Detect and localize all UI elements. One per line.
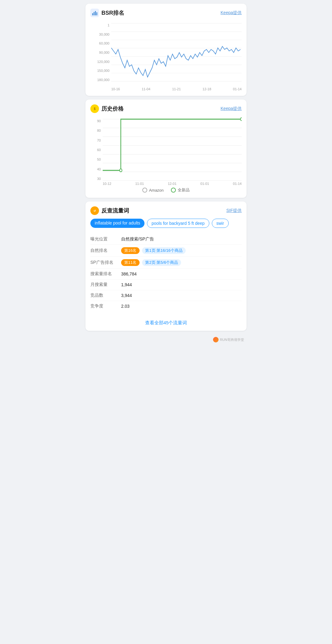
svg-text:↺: ↺ [93, 209, 96, 213]
bsr-x-1: 11-04 [142, 87, 150, 91]
keyword-tag-2[interactable]: swir [212, 219, 229, 228]
amazon-legend-icon [142, 188, 147, 193]
price-y-axis: 90 80 70 60 50 40 30 [90, 119, 103, 181]
svg-text:$: $ [94, 107, 96, 111]
bsr-y-label-4: 120,000 [90, 60, 109, 64]
traffic-value-2: 第11名 第2页·第5/6个商品 [121, 259, 242, 266]
traffic-label-2: SP广告排名 [90, 260, 121, 265]
traffic-title-left: ↺ 反查流量词 [90, 206, 129, 215]
bsr-y-label-2: 60,000 [90, 41, 109, 45]
bsr-x-axis: 10-16 11-04 11-21 12-18 01-14 [111, 87, 242, 91]
price-x-axis: 10-12 11-01 12-01 01-01 01-14 [103, 182, 242, 185]
traffic-icon: ↺ [90, 206, 99, 215]
price-x-2: 12-01 [168, 182, 176, 185]
traffic-row-0: 曝光位置 自然搜索/SP广告 [90, 234, 242, 245]
keyword-tag-0[interactable]: inflatable pool for adults [90, 219, 144, 228]
traffic-label-4: 月搜索量 [90, 282, 121, 287]
natural-rank-detail: 第1页·第16/16个商品 [142, 247, 185, 254]
footer-logo [213, 337, 219, 342]
price-y-2: 70 [90, 139, 101, 142]
traffic-label-6: 竞争度 [90, 303, 121, 309]
bsr-y-label-5: 150,000 [90, 69, 109, 72]
price-x-3: 01-01 [200, 182, 209, 185]
traffic-row-2: SP广告排名 第11名 第2页·第5/6个商品 [90, 257, 242, 269]
price-x-1: 11-01 [135, 182, 144, 185]
bsr-y-axis: 1 30,000 60,000 90,000 120,000 150,000 1… [90, 23, 111, 82]
traffic-text-0: 自然搜索/SP广告 [121, 236, 154, 242]
bsr-card-header: BSR排名 Keepa提供 [90, 9, 242, 17]
traffic-label-5: 竞品数 [90, 293, 121, 298]
bsr-plot [111, 23, 242, 82]
bsr-y-label-3: 90,000 [90, 51, 109, 54]
traffic-value-6: 2.03 [121, 304, 242, 309]
traffic-title: 反查流量词 [101, 207, 129, 214]
bsr-chart-container: 1 30,000 60,000 90,000 120,000 150,000 1… [90, 21, 242, 91]
bsr-title: BSR排名 [101, 9, 124, 17]
bsr-x-0: 10-16 [111, 87, 120, 91]
bsr-title-left: BSR排名 [90, 9, 124, 17]
bsr-icon [90, 9, 99, 17]
bsr-x-2: 11-21 [172, 87, 181, 91]
traffic-row-4: 月搜索量 1,944 [90, 279, 242, 290]
keyword-tags: inflatable pool for adults pools for bac… [90, 219, 242, 229]
price-y-6: 30 [90, 177, 101, 181]
price-icon: $ [90, 104, 99, 113]
price-card: $ 历史价格 Keepa提供 90 80 70 60 50 40 30 [85, 100, 247, 198]
sp-rank-badge: 第11名 [121, 259, 140, 266]
amazon-legend: Amazon [142, 187, 164, 193]
amazon-legend-label: Amazon [149, 188, 164, 193]
bsr-y-label-6: 180,000 [90, 78, 109, 82]
price-y-4: 50 [90, 158, 101, 161]
price-x-0: 10-12 [103, 182, 111, 185]
svg-point-23 [240, 118, 242, 121]
footer-brand: RUN哥跨境学堂 [220, 338, 244, 342]
new-legend-label: 全新品 [178, 187, 190, 193]
keyword-tag-1[interactable]: pools for backyard 5 ft deep [147, 219, 209, 228]
price-y-3: 60 [90, 148, 101, 152]
competition-score: 2.03 [121, 304, 129, 309]
traffic-row-1: 自然排名 第16名 第1页·第16/16个商品 [90, 245, 242, 257]
traffic-link[interactable]: SIF提供 [226, 208, 242, 213]
traffic-row-3: 搜索量排名 386,784 [90, 269, 242, 279]
new-legend: 全新品 [171, 187, 190, 193]
traffic-card-header: ↺ 反查流量词 SIF提供 [90, 206, 242, 215]
bsr-y-label-0: 1 [90, 23, 109, 27]
monthly-search: 1,944 [121, 282, 132, 287]
price-legend: Amazon 全新品 [90, 187, 242, 193]
price-title-left: $ 历史价格 [90, 104, 124, 113]
svg-point-22 [120, 169, 122, 172]
traffic-value-3: 386,784 [121, 271, 242, 276]
traffic-label-3: 搜索量排名 [90, 271, 121, 277]
traffic-row-6: 竞争度 2.03 [90, 301, 242, 311]
traffic-label-0: 曝光位置 [90, 236, 121, 242]
svg-rect-2 [95, 11, 96, 15]
competitor-count: 3,944 [121, 293, 132, 298]
price-chart: 90 80 70 60 50 40 30 [90, 119, 242, 193]
view-all-link[interactable]: 查看全部45个流量词 [145, 320, 187, 325]
price-y-1: 80 [90, 129, 101, 132]
price-y-5: 40 [90, 167, 101, 171]
traffic-value-5: 3,944 [121, 293, 242, 298]
price-plot [103, 119, 242, 181]
traffic-value-1: 第16名 第1页·第16/16个商品 [121, 247, 242, 254]
svg-rect-3 [97, 12, 97, 15]
svg-rect-1 [94, 12, 95, 15]
bsr-x-3: 12-18 [203, 87, 211, 91]
view-all: 查看全部45个流量词 [90, 316, 242, 326]
bsr-x-4: 01-14 [233, 87, 242, 91]
traffic-label-1: 自然排名 [90, 248, 121, 253]
bsr-chart: 1 30,000 60,000 90,000 120,000 150,000 1… [90, 23, 242, 91]
price-title: 历史价格 [101, 105, 124, 112]
traffic-row-5: 竞品数 3,944 [90, 290, 242, 301]
new-legend-icon [171, 188, 176, 193]
traffic-table: 曝光位置 自然搜索/SP广告 自然排名 第16名 第1页·第16/16个商品 S… [90, 234, 242, 311]
bsr-card: BSR排名 Keepa提供 1 30,000 60,000 90,000 120… [85, 4, 247, 96]
price-card-header: $ 历史价格 Keepa提供 [90, 104, 242, 113]
svg-rect-0 [92, 13, 93, 15]
price-link[interactable]: Keepa提供 [221, 106, 242, 111]
price-x-4: 01-14 [233, 182, 242, 185]
traffic-value-4: 1,944 [121, 282, 242, 287]
bsr-link[interactable]: Keepa提供 [221, 10, 242, 16]
sp-rank-detail: 第2页·第5/6个商品 [142, 259, 181, 266]
natural-rank-badge: 第16名 [121, 247, 140, 254]
